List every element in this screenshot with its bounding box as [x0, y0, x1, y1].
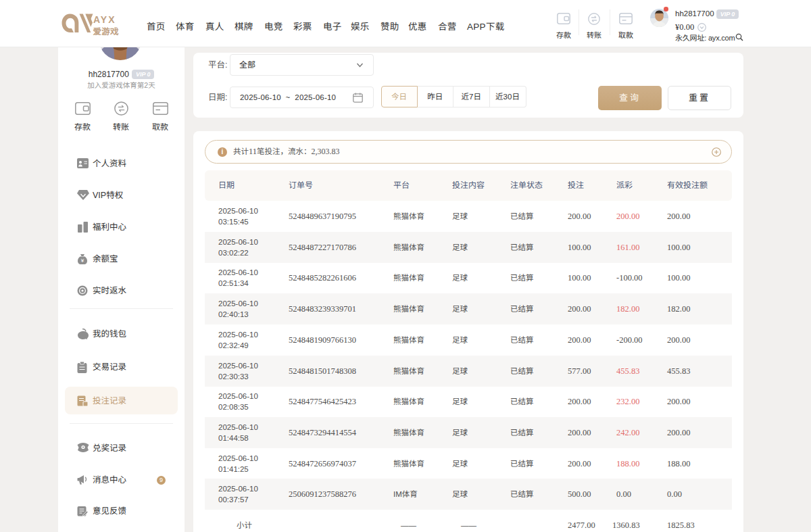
svg-text:AYX: AYX: [93, 14, 116, 25]
svg-text:爱游戏: 爱游戏: [93, 27, 119, 37]
svg-text:¥: ¥: [80, 258, 84, 264]
